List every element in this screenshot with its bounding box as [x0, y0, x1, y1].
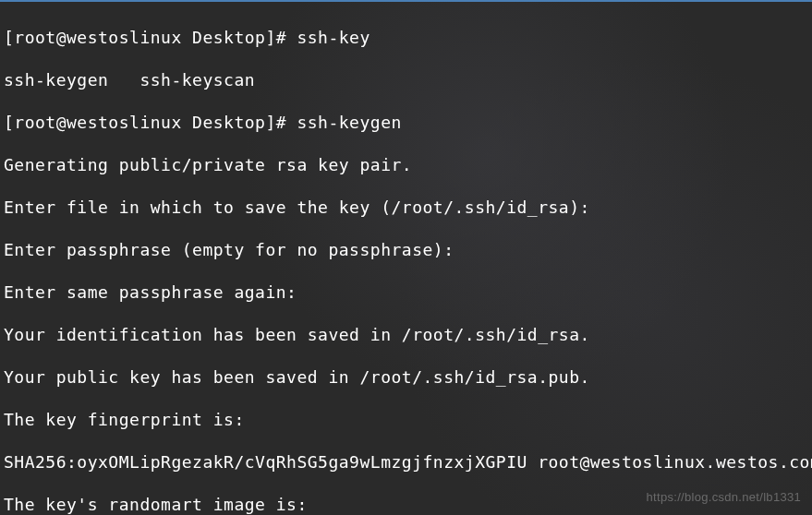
terminal-line: ssh-keygen ssh-keyscan [4, 69, 808, 90]
terminal-line: Your public key has been saved in /root/… [4, 366, 808, 388]
terminal-line: Enter file in which to save the key (/ro… [4, 197, 808, 218]
terminal-line: [root@westoslinux Desktop]# ssh-keygen [4, 112, 808, 133]
terminal-line: SHA256:oyxOMLipRgezakR/cVqRhSG5ga9wLmzgj… [4, 451, 808, 473]
terminal-line: The key fingerprint is: [4, 409, 808, 430]
terminal-output[interactable]: [root@westoslinux Desktop]# ssh-key ssh-… [4, 6, 808, 515]
terminal-line: Enter same passphrase again: [4, 281, 808, 303]
terminal-line: [root@westoslinux Desktop]# ssh-key [4, 27, 808, 48]
watermark-text: https://blog.csdn.net/lb1331 [647, 486, 801, 508]
terminal-line: Enter passphrase (empty for no passphras… [4, 239, 808, 260]
terminal-line: Generating public/private rsa key pair. [4, 154, 808, 175]
terminal-line: Your identification has been saved in /r… [4, 324, 808, 345]
